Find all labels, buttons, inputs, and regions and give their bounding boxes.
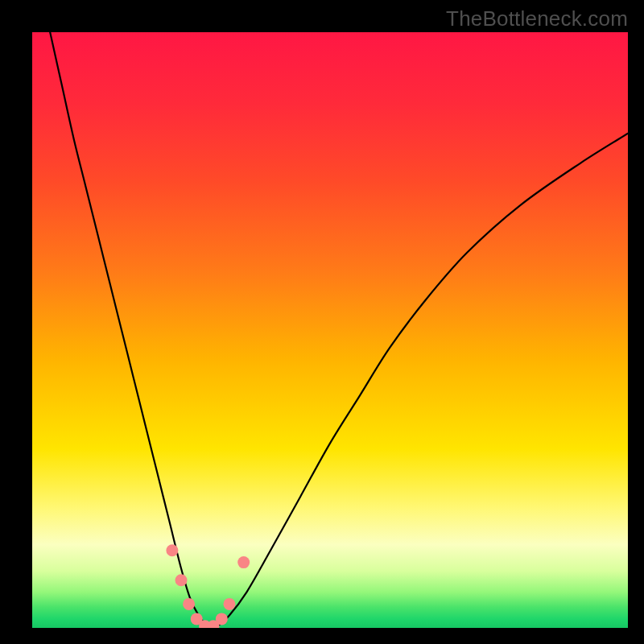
curve-marker (223, 598, 235, 610)
curve-layer (32, 32, 628, 628)
bottleneck-curve (50, 32, 628, 627)
chart-frame: TheBottleneck.com (0, 0, 644, 644)
curve-marker (237, 556, 250, 568)
curve-marker (166, 544, 178, 556)
curve-marker (216, 613, 228, 625)
watermark-text: TheBottleneck.com (446, 6, 628, 31)
plot-area (32, 32, 628, 628)
curve-marker (175, 574, 188, 586)
curve-marker (183, 598, 195, 610)
